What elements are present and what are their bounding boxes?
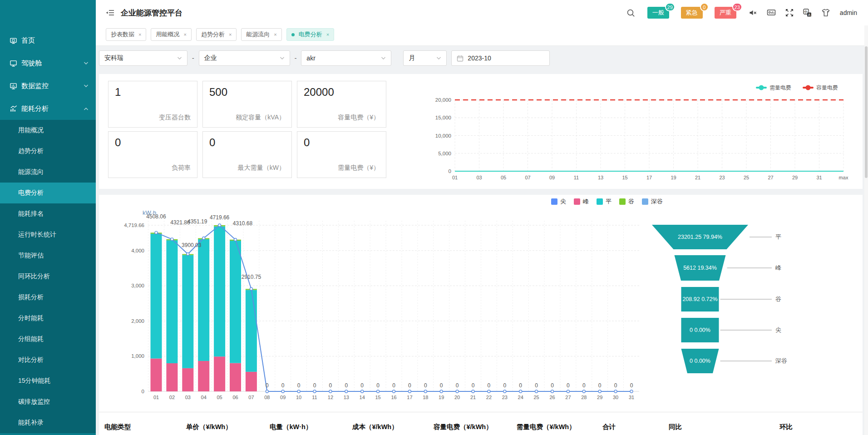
svg-text:01: 01 [153, 395, 159, 400]
tab-抄表数据[interactable]: 抄表数据× [106, 28, 146, 41]
stat-label: 负荷率 [172, 164, 191, 172]
sidebar-subitem-运行时长统计[interactable]: 运行时长统计 [0, 224, 96, 245]
sidebar-item-首页[interactable]: 首页 [0, 29, 96, 52]
sidebar-subitem-label: 能耗补录 [18, 419, 44, 427]
sidebar-subitem-label: 对比分析 [18, 356, 44, 364]
sidebar-subitem-label: 能源流向 [18, 168, 44, 176]
tab-趋势分析[interactable]: 趋势分析× [196, 28, 237, 41]
station-select[interactable]: 安科瑞 [99, 50, 187, 66]
stat-label: 需量电费（¥） [338, 164, 380, 172]
submenu-能耗分析: 用能概况趋势分析能源流向电费分析能耗排名运行时长统计节能评估同环比分析损耗分析分… [0, 120, 96, 433]
svg-text:11: 11 [574, 175, 579, 180]
sidebar-item-label: 能耗分析 [21, 104, 49, 113]
stat-card: 500额定容量（kVA） [202, 81, 292, 128]
sidebar-subitem-同环比分析[interactable]: 同环比分析 [0, 266, 96, 287]
tab-close-icon[interactable]: × [326, 32, 329, 37]
sidebar-subitem-分时能耗[interactable]: 分时能耗 [0, 308, 96, 329]
sidebar-subitem-能耗排名[interactable]: 能耗排名 [0, 203, 96, 224]
sidebar-subitem-对比分析[interactable]: 对比分析 [0, 350, 96, 371]
sidebar-item-驾驶舱[interactable]: 驾驶舱 [0, 52, 96, 74]
svg-text:17: 17 [407, 395, 412, 400]
scrollbar-thumb[interactable] [865, 46, 868, 178]
screen-icon[interactable] [767, 9, 776, 17]
svg-text:30: 30 [613, 395, 618, 400]
demand-cost-chart: 01030507091113151719212325272931max05,00… [422, 81, 853, 183]
sidebar-collapse-icon[interactable] [106, 9, 114, 17]
svg-text:0: 0 [503, 382, 506, 389]
svg-text:0: 0 [449, 168, 451, 174]
alarm-badge-紧急[interactable]: 紧急0 [681, 7, 703, 19]
type-select-value: 企业 [204, 54, 217, 62]
svg-text:2910.75: 2910.75 [242, 274, 261, 280]
search-icon[interactable] [626, 9, 635, 17]
svg-text:09: 09 [280, 395, 286, 400]
fullscreen-icon[interactable] [785, 9, 794, 17]
sidebar-subitem-label: 分组能耗 [18, 335, 44, 343]
date-picker[interactable]: 2023-10 [451, 50, 550, 66]
svg-text:10,000: 10,000 [435, 133, 451, 138]
sidebar-subitem-分组能耗[interactable]: 分组能耗 [0, 329, 96, 350]
alarm-badge-严重[interactable]: 严重23 [715, 7, 736, 19]
tab-label: 抄表数据 [111, 30, 134, 39]
tab-close-icon[interactable]: × [183, 32, 186, 37]
tab-能源流向[interactable]: 能源流向× [241, 28, 281, 41]
svg-text:0: 0 [630, 382, 633, 389]
svg-text:0: 0 [360, 382, 364, 389]
tab-close-icon[interactable]: × [138, 32, 141, 37]
stat-card: 0需量电费（¥） [297, 131, 386, 178]
svg-text:19: 19 [671, 175, 676, 180]
sidebar-subitem-损耗分析[interactable]: 损耗分析 [0, 287, 96, 308]
sidebar-subitem-15分钟能耗[interactable]: 15分钟能耗 [0, 371, 96, 391]
svg-text:0: 0 [142, 389, 144, 394]
stat-card: 0最大需量（kW） [202, 131, 292, 178]
svg-text:17: 17 [646, 175, 652, 180]
alarm-badge-一般[interactable]: 一般29 [647, 7, 669, 19]
svg-text:深谷: 深谷 [775, 357, 787, 364]
tab-close-icon[interactable]: × [274, 32, 276, 37]
sidebar-subitem-趋势分析[interactable]: 趋势分析 [0, 141, 96, 162]
theme-icon[interactable] [821, 9, 830, 17]
sidebar-item-数据监控[interactable]: 数据监控 [0, 74, 96, 97]
node-select[interactable]: akr [301, 50, 391, 66]
tab-电费分析[interactable]: 电费分析× [286, 28, 334, 41]
sidebar-subitem-节能评估[interactable]: 节能评估 [0, 245, 96, 266]
svg-text:208.92 0.72%: 208.92 0.72% [682, 296, 717, 302]
mute-icon[interactable] [749, 9, 757, 17]
svg-text:0: 0 [424, 382, 427, 389]
stat-label: 变压器台数 [159, 114, 191, 122]
sidebar-subitem-能耗补录[interactable]: 能耗补录 [0, 412, 96, 433]
tab-用能概况[interactable]: 用能概况× [151, 28, 191, 41]
sidebar-subitem-能源流向[interactable]: 能源流向 [0, 162, 96, 183]
sidebar-subitem-电费分析[interactable]: 电费分析 [0, 183, 96, 203]
sidebar-subitem-label: 用能概况 [18, 126, 44, 134]
svg-text:24: 24 [518, 395, 523, 400]
sidebar-subitem-label: 分时能耗 [18, 314, 44, 322]
stat-value: 0 [209, 136, 285, 149]
sidebar-subitem-label: 碳排放监控 [18, 398, 50, 406]
chevron-down-icon [381, 57, 386, 60]
svg-text:11: 11 [312, 395, 317, 400]
type-select[interactable]: 企业 [199, 50, 290, 66]
alarm-badge-count: 29 [665, 3, 675, 11]
svg-text:4351.19: 4351.19 [187, 218, 207, 225]
tab-close-icon[interactable]: × [229, 32, 232, 37]
energy-bar-chart: 4,719.664,0003,0002,0001,0000kW·h0102030… [99, 200, 639, 410]
date-picker-value: 2023-10 [468, 54, 491, 62]
svg-text:0: 0 [582, 382, 586, 389]
analysis-icon [10, 105, 17, 113]
sidebar-subitem-label: 同环比分析 [18, 272, 50, 281]
content: 安科瑞 - 企业 - akr 月 [96, 46, 868, 435]
svg-text:0: 0 [614, 382, 617, 389]
translate-icon[interactable]: 中A [803, 9, 812, 17]
sidebar-subitem-碳排放监控[interactable]: 碳排放监控 [0, 391, 96, 412]
svg-text:需量电费: 需量电费 [769, 84, 791, 91]
svg-text:0: 0 [392, 382, 395, 389]
user-name[interactable]: admin [840, 9, 857, 16]
sidebar-subitem-用能概况[interactable]: 用能概况 [0, 120, 96, 141]
svg-text:16: 16 [391, 395, 396, 400]
sidebar-item-能耗分析[interactable]: 能耗分析 [0, 97, 96, 120]
svg-text:05: 05 [501, 175, 506, 180]
period-select[interactable]: 月 [403, 50, 447, 66]
scrollbar-track[interactable] [864, 25, 868, 435]
svg-text:A: A [808, 13, 810, 17]
